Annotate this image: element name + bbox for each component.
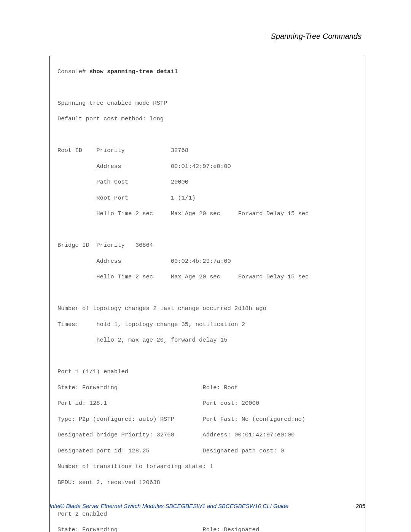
footer-doc-title: Intel® Blade Server Ethernet Switch Modu… bbox=[49, 503, 288, 509]
console-line: Path Cost 20000 bbox=[57, 177, 357, 187]
console-line: Spanning tree enabled mode RSTP bbox=[57, 98, 357, 108]
console-line: Number of topology changes 2 last change… bbox=[57, 304, 357, 313]
console-line: Port 2 enabled bbox=[57, 509, 357, 519]
console-command: show spanning-tree detail bbox=[89, 68, 178, 75]
console-line bbox=[57, 288, 357, 298]
console-line: Default port cost method: long bbox=[57, 114, 357, 124]
console-line: Port id: 128.1 Port cost: 20000 bbox=[57, 398, 357, 408]
console-line: Hello Time 2 sec Max Age 20 sec Forward … bbox=[57, 272, 357, 282]
console-line: BPDU: sent 2, received 120638 bbox=[57, 478, 357, 487]
console-line bbox=[57, 225, 357, 235]
console-line: Hello Time 2 sec Max Age 20 sec Forward … bbox=[57, 209, 357, 219]
page: Spanning-Tree Commands Console# show spa… bbox=[0, 0, 411, 532]
page-footer: Intel® Blade Server Ethernet Switch Modu… bbox=[49, 503, 365, 509]
console-line: Designated bridge Priority: 32768 Addres… bbox=[57, 430, 357, 440]
console-line: State: Forwarding Role: Designated bbox=[57, 525, 357, 532]
console-line: State: Forwarding Role: Root bbox=[57, 383, 357, 393]
console-line: Number of transitions to forwarding stat… bbox=[57, 462, 357, 471]
console-line: Bridge ID Priority 36864 bbox=[57, 240, 357, 250]
console-line: Address 00:02:4b:29:7a:00 bbox=[57, 256, 357, 266]
console-line: Times: hold 1, topology change 35, notif… bbox=[57, 320, 357, 329]
console-line: Address 00:01:42:97:e0:00 bbox=[57, 161, 357, 171]
console-output: Console# show spanning-tree detail Spann… bbox=[49, 56, 365, 532]
footer-page-number: 285 bbox=[356, 503, 365, 509]
section-title: Spanning-Tree Commands bbox=[49, 32, 365, 41]
console-line: Designated port id: 128.25 Designated pa… bbox=[57, 446, 357, 456]
console-line: Port 1 (1/1) enabled bbox=[57, 367, 357, 377]
console-line bbox=[57, 130, 357, 140]
console-line: Root Port 1 (1/1) bbox=[57, 193, 357, 203]
console-line bbox=[57, 493, 357, 503]
console-line: Type: P2p (configured: auto) RSTP Port F… bbox=[57, 414, 357, 424]
console-line: hello 2, max age 20, forward delay 15 bbox=[57, 335, 357, 345]
console-command-line: Console# show spanning-tree detail bbox=[57, 67, 357, 77]
console-prompt: Console# bbox=[57, 68, 89, 75]
console-line bbox=[57, 351, 357, 361]
console-line bbox=[57, 82, 357, 92]
console-line: Root ID Priority 32768 bbox=[57, 145, 357, 155]
